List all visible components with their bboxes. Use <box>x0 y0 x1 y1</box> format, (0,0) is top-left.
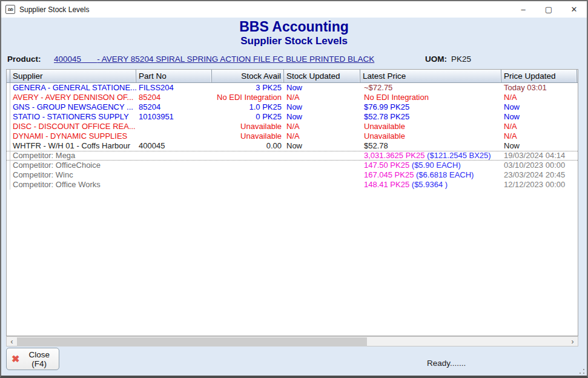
cell-price-updated[interactable]: Now <box>501 102 577 112</box>
cell-supplier[interactable]: STATIO - STATIONERS SUPPLY <box>10 112 136 122</box>
cell-stock-avail[interactable] <box>212 170 284 180</box>
cell-stock-avail[interactable]: 0 PK25 <box>212 112 284 122</box>
product-code[interactable]: 400045 <box>54 55 81 64</box>
cell-stock-updated[interactable]: N/A <box>284 93 360 102</box>
col-header-stock-updated[interactable]: Stock Updated <box>284 70 360 82</box>
cell-part-no[interactable] <box>136 151 212 160</box>
scrollbar-thumb[interactable] <box>17 337 367 346</box>
price-value: ~$72.75 <box>364 83 392 92</box>
cell-stock-avail[interactable] <box>212 151 284 160</box>
cell-latest-price[interactable]: 167.045 PK25 ($6.6818 EACH) <box>360 170 501 180</box>
cell-part-no[interactable] <box>136 161 212 170</box>
col-header-supplier[interactable]: Supplier <box>10 70 136 82</box>
cell-part-no[interactable] <box>136 131 212 141</box>
cell-stock-updated[interactable]: Now <box>284 102 360 112</box>
cell-stock-updated[interactable] <box>284 180 360 190</box>
maximize-button[interactable]: ▢ <box>536 1 561 18</box>
price-value: $52.78 PK25 <box>364 112 409 121</box>
cell-price-updated[interactable]: 03/10/2023 00:00 <box>501 161 577 170</box>
cell-latest-price[interactable]: 147.50 PK25 ($5.90 EACH) <box>360 161 501 170</box>
cell-stock-avail[interactable]: Unavailable <box>212 131 284 141</box>
cell-stock-updated[interactable] <box>284 170 360 180</box>
cell-price-updated[interactable]: N/A <box>501 122 577 131</box>
cell-stock-updated[interactable] <box>284 161 360 170</box>
cell-supplier[interactable]: AVERY - AVERY DENNISON OF... <box>10 93 136 102</box>
table-row[interactable]: DYNAMI - DYNAMIC SUPPLIES Unavailable N/… <box>7 131 578 141</box>
cell-part-no[interactable] <box>136 122 212 131</box>
cell-price-updated[interactable]: Now <box>501 112 577 122</box>
table-row[interactable]: STATIO - STATIONERS SUPPLY 10103951 0 PK… <box>7 112 578 122</box>
cell-latest-price[interactable]: ~$72.75 <box>360 83 501 93</box>
cell-part-no[interactable] <box>136 170 212 180</box>
cell-part-no[interactable]: FILSS204 <box>136 83 212 93</box>
cell-part-no[interactable] <box>136 180 212 190</box>
cell-supplier[interactable]: GENERA - GENERAL STATIONE... <box>10 83 136 93</box>
product-link[interactable]: 400045 - AVERY 85204 SPIRAL SPRING ACTIO… <box>54 55 374 64</box>
table-row[interactable]: WHTFR - W/H 01 - Coffs Harbour 400045 0.… <box>7 141 578 151</box>
cell-stock-avail[interactable]: No EDI Integration <box>212 93 284 102</box>
cell-latest-price[interactable]: 3,031.3625 PK25 ($121.2545 BX25) <box>360 151 501 160</box>
cell-part-no[interactable]: 400045 <box>136 141 212 151</box>
table-row[interactable]: GENERA - GENERAL STATIONE... FILSS204 3 … <box>7 83 578 93</box>
cell-stock-updated[interactable]: N/A <box>284 131 360 141</box>
col-header-stock-avail[interactable]: Stock Avail <box>212 70 284 82</box>
cell-supplier[interactable]: Competitor: OfficeChoice <box>10 161 136 170</box>
cell-stock-updated[interactable]: Now <box>284 112 360 122</box>
col-header-part-no[interactable]: Part No <box>136 70 212 82</box>
cell-price-updated[interactable]: 19/03/2024 04:14 <box>501 151 577 160</box>
cell-latest-price[interactable]: Unavailable <box>360 131 501 141</box>
price-unit-conversion: ($5.90 EACH) <box>412 161 461 170</box>
col-header-price-updated[interactable]: Price Updated <box>501 70 577 82</box>
table-row[interactable]: DISC - DISCOUNT OFFICE REA... Unavailabl… <box>7 122 578 131</box>
table-row[interactable]: Competitor: Winc 167.045 PK25 ($6.6818 E… <box>7 170 578 180</box>
cell-supplier[interactable]: Competitor: Office Works <box>10 180 136 190</box>
cell-part-no[interactable]: 85204 <box>136 102 212 112</box>
cell-stock-updated[interactable] <box>284 151 360 160</box>
cell-stock-avail[interactable]: 0.00 <box>212 141 284 151</box>
cell-supplier[interactable]: DISC - DISCOUNT OFFICE REA... <box>10 122 136 131</box>
cell-stock-avail[interactable]: Unavailable <box>212 122 284 131</box>
close-button[interactable]: ✖ Close (F4) <box>6 348 59 370</box>
cell-price-updated[interactable]: N/A <box>501 131 577 141</box>
close-window-button[interactable]: ✕ <box>561 1 587 18</box>
cell-stock-updated[interactable]: N/A <box>284 122 360 131</box>
table-row[interactable]: Competitor: OfficeChoice 147.50 PK25 ($5… <box>7 161 578 170</box>
cell-price-updated[interactable]: N/A <box>501 93 577 102</box>
table-row[interactable]: AVERY - AVERY DENNISON OF... 85204 No ED… <box>7 93 578 102</box>
cell-supplier[interactable]: WHTFR - W/H 01 - Coffs Harbour <box>10 141 136 151</box>
table-row[interactable]: Competitor: Office Works 148.41 PK25 ($5… <box>7 180 578 190</box>
cell-stock-avail[interactable]: 3 PK25 <box>212 83 284 93</box>
cell-latest-price[interactable]: No EDI Integration <box>360 93 501 102</box>
cell-stock-avail[interactable] <box>212 180 284 190</box>
resize-grip-icon[interactable] <box>579 368 585 374</box>
product-description[interactable]: - AVERY 85204 SPIRAL SPRING ACTION FILE … <box>97 55 374 64</box>
cell-price-updated[interactable]: Now <box>501 141 577 151</box>
cell-latest-price[interactable]: $52.78 <box>360 141 501 151</box>
scroll-right-arrow-icon[interactable]: › <box>567 337 578 346</box>
cell-stock-avail[interactable]: 1.0 PK25 <box>212 102 284 112</box>
cell-stock-updated[interactable]: Now <box>284 141 360 151</box>
cell-supplier[interactable]: DYNAMI - DYNAMIC SUPPLIES <box>10 131 136 141</box>
table-row[interactable]: GNS - GROUP NEWSAGENCY ... 85204 1.0 PK2… <box>7 102 578 112</box>
cell-supplier[interactable]: Competitor: Winc <box>10 170 136 180</box>
cell-stock-avail[interactable] <box>212 161 284 170</box>
horizontal-scrollbar[interactable]: ‹ › <box>6 336 578 346</box>
cell-price-updated[interactable]: 12/12/2023 00:00 <box>501 180 577 190</box>
cell-stock-updated[interactable]: Now <box>284 83 360 93</box>
scroll-left-arrow-icon[interactable]: ‹ <box>7 337 17 346</box>
table-row[interactable]: Competitor: Mega 3,031.3625 PK25 ($121.2… <box>7 151 578 161</box>
col-header-latest-price[interactable]: Latest Price <box>360 70 501 82</box>
cell-latest-price[interactable]: Unavailable <box>360 122 501 131</box>
minimize-button[interactable]: – <box>510 1 536 18</box>
cell-latest-price[interactable]: $52.78 PK25 <box>360 112 501 122</box>
cell-price-updated[interactable]: Today 03:01 <box>501 83 577 93</box>
cell-part-no[interactable]: 85204 <box>136 93 212 102</box>
cell-latest-price[interactable]: 148.41 PK25 ($5.9364 ) <box>360 180 501 190</box>
cell-supplier[interactable]: GNS - GROUP NEWSAGENCY ... <box>10 102 136 112</box>
price-value: 148.41 PK25 <box>364 180 412 189</box>
cell-price-updated[interactable]: 23/03/2024 20:45 <box>501 170 577 180</box>
cell-part-no[interactable]: 10103951 <box>136 112 212 122</box>
cell-latest-price[interactable]: $76.99 PK25 <box>360 102 501 112</box>
price-unit-conversion: ($6.6818 EACH) <box>416 170 474 179</box>
cell-supplier[interactable]: Competitor: Mega <box>10 151 136 160</box>
